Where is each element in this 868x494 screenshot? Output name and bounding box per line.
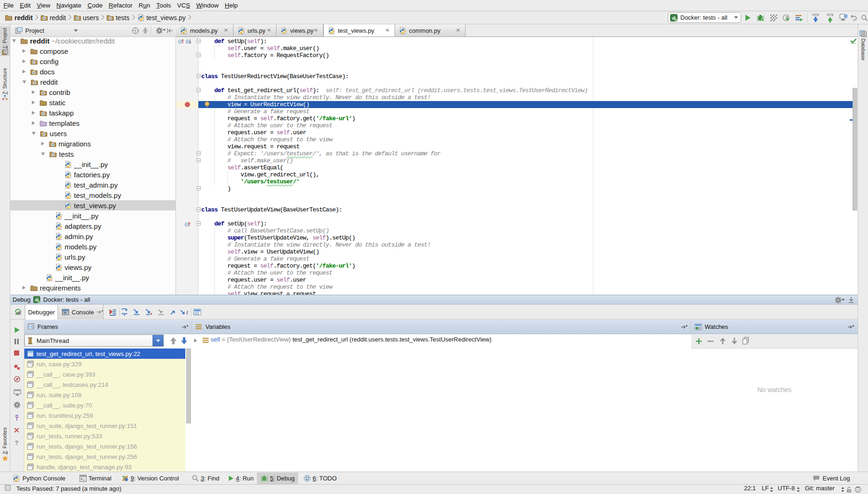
svg-text:VCS: VCS [812, 13, 819, 16]
svg-text:I: I [186, 310, 189, 315]
svg-text:VCS: VCS [827, 13, 834, 16]
svg-text:?: ? [15, 440, 19, 446]
